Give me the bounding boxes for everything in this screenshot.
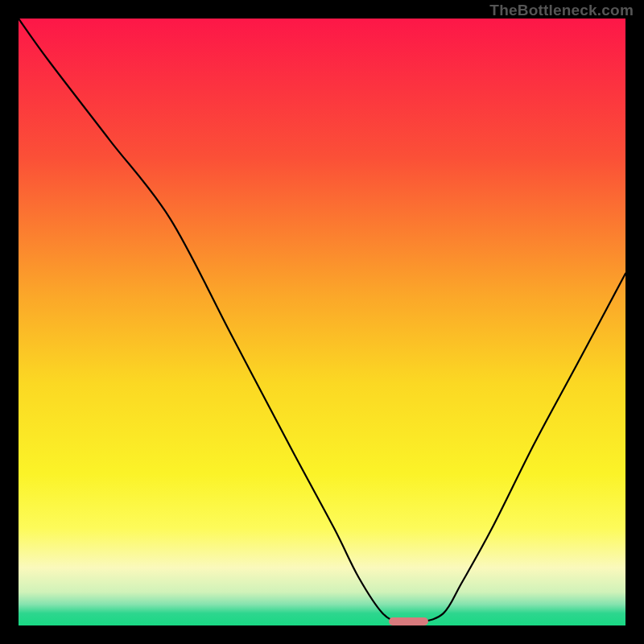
watermark-text: TheBottleneck.com <box>489 2 634 19</box>
plot-area <box>19 19 625 625</box>
chart-frame: TheBottleneck.com <box>0 0 644 644</box>
optimal-zone-marker <box>389 617 428 625</box>
bottleneck-curve <box>19 19 625 625</box>
